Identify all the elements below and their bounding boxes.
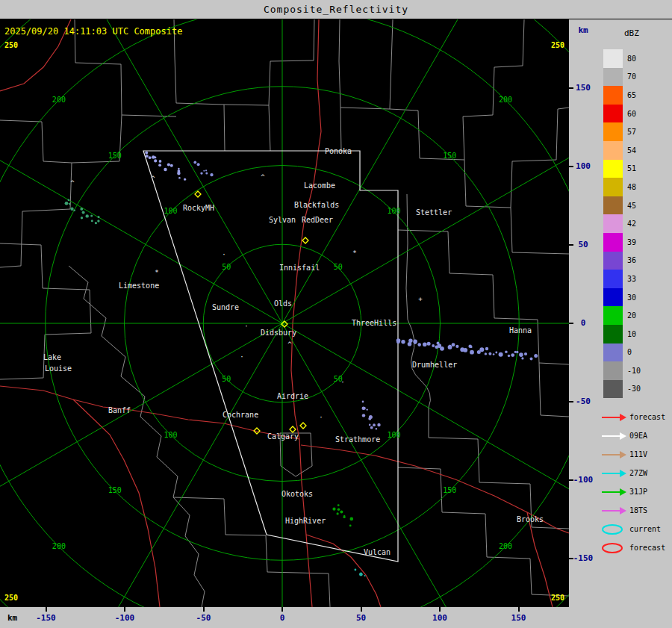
colorbar-value: 70 <box>627 72 636 81</box>
legend-label: 111V <box>629 450 647 458</box>
axis-tick-label: -100 <box>569 475 597 485</box>
echo-pixel <box>427 342 431 346</box>
echo-pixel <box>184 178 186 181</box>
range-label: 100 <box>388 431 401 439</box>
range-ring <box>0 19 569 607</box>
legend-label: 31JP <box>629 488 647 496</box>
axis-tick-label: 150 <box>569 83 597 93</box>
echo-pixel <box>211 174 213 176</box>
azimuth-line <box>282 19 499 323</box>
echo-pixel <box>337 509 340 512</box>
colorbar-value: 80 <box>627 55 636 63</box>
station-mark-icon: * <box>155 269 158 276</box>
corner-range-label: 250 <box>551 594 564 602</box>
range-label: 150 <box>443 486 456 494</box>
echo-pixel <box>452 343 455 346</box>
axis-tick-mark <box>361 607 362 612</box>
axis-tick-label: 0 <box>280 613 285 623</box>
echo-pixel <box>479 347 484 352</box>
colorbar-value: 36 <box>627 256 636 264</box>
city-label: Vulcan <box>364 548 391 556</box>
echo-pixel <box>376 428 377 429</box>
track-legend: forecast09EA111V27ZW31JP18TScurrentforec… <box>600 408 665 557</box>
echo-pixel <box>455 345 458 348</box>
city-label: Stettler <box>416 208 452 217</box>
legend-item: forecast <box>600 538 665 557</box>
track-ellipse-icon <box>600 542 627 554</box>
city-label: RockyMH <box>183 204 214 212</box>
station-mark-icon: + <box>418 295 423 302</box>
echo-pixel <box>508 355 510 357</box>
range-label: 200 <box>52 542 66 550</box>
bottom-axis: km -150-100-50050100150 <box>0 607 672 628</box>
echo-pixel <box>432 344 435 347</box>
colorbar-value: 57 <box>627 128 636 136</box>
right-axis: km 150100500-50-100-150 <box>569 19 597 607</box>
colorbar-entry: 60 <box>603 105 641 123</box>
colorbar-value: -10 <box>627 367 641 375</box>
colorbar-value: 20 <box>627 311 636 320</box>
city-label: Sundre <box>212 303 239 311</box>
echo-pixel <box>197 163 200 166</box>
echo-pixel <box>65 202 69 205</box>
echo-pixel <box>350 517 354 521</box>
echo-pixel <box>154 159 157 162</box>
city-label: Olds <box>274 299 292 308</box>
axis-tick-label: 50 <box>356 613 366 623</box>
station-mark-icon: · <box>319 414 323 421</box>
echo-pixel <box>355 569 357 571</box>
colorbar-value: 39 <box>627 238 636 246</box>
colorbar-swatch <box>603 288 623 307</box>
colorbar-entry: 54 <box>603 141 641 160</box>
colorbar-swatch <box>603 105 623 123</box>
colorbar-entry: 65 <box>603 86 641 105</box>
track-ellipse-icon <box>600 523 627 535</box>
city-label: ThreeHills <box>352 319 396 327</box>
boundary-line <box>463 19 524 160</box>
echo-pixel <box>158 164 161 167</box>
echo-pixel <box>423 343 427 347</box>
echo-pixel <box>203 170 205 172</box>
echo-pixel <box>178 177 181 179</box>
map-graphics: ^^^**+····^·PonokaLacombeBlackfaldsSylva… <box>0 19 569 607</box>
city-label: Strathmore <box>335 435 380 444</box>
echo-pixel <box>349 525 352 527</box>
legend-label: forecast <box>629 413 665 421</box>
legend-item: 09EA <box>600 426 665 445</box>
axis-tick-label: -100 <box>115 613 135 623</box>
echo-pixel <box>377 423 380 426</box>
corner-range-label: 250 <box>551 41 564 49</box>
right-axis-unit: km <box>569 25 597 35</box>
city-label: Ponoka <box>325 147 352 155</box>
echo-pixel <box>170 164 173 167</box>
radar-echoes <box>193 161 213 177</box>
echo-pixel <box>534 354 538 358</box>
echo-pixel <box>373 423 376 426</box>
radar-map-area[interactable]: ^^^**+····^·PonokaLacombeBlackfaldsSylva… <box>0 19 569 607</box>
boundary-line <box>224 105 270 151</box>
site-diamond-icon <box>195 191 201 197</box>
echo-pixel <box>519 352 523 357</box>
city-label: Limestone <box>119 282 159 290</box>
echo-pixel <box>413 340 417 344</box>
colorbar-swatch <box>603 214 623 233</box>
highway-line <box>73 400 160 607</box>
echo-pixel <box>495 352 497 354</box>
echo-pixel <box>95 222 97 224</box>
colorbar-value: 65 <box>627 91 636 99</box>
radar-map-canvas[interactable]: ^^^**+····^·PonokaLacombeBlackfaldsSylva… <box>0 19 569 607</box>
colorbar-entry: 80 <box>603 49 641 68</box>
colorbar-value: 54 <box>627 146 636 155</box>
echo-pixel <box>417 343 421 346</box>
station-mark-icon: · <box>240 353 243 361</box>
colorbar-swatch <box>603 270 623 288</box>
city-label: Banff <box>108 406 131 414</box>
range-label: 50 <box>222 375 231 383</box>
site-diamond-icon <box>302 237 308 243</box>
legend-item: forecast <box>600 408 665 426</box>
axis-tick-mark <box>46 607 47 612</box>
axis-tick-label: 150 <box>511 613 526 623</box>
colorbar-entry: 36 <box>603 252 641 270</box>
echo-pixel <box>369 424 371 426</box>
legend-label: 18TS <box>629 506 647 514</box>
